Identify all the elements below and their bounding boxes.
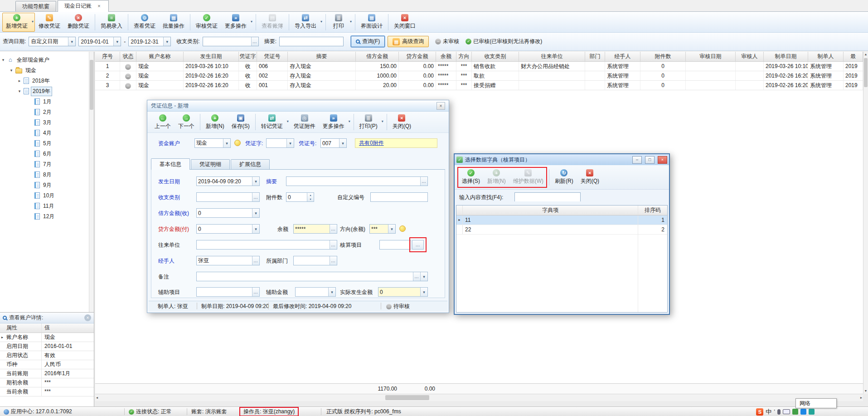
detail-row[interactable]: 币种人民币	[0, 360, 94, 369]
ime-keyboard-icon[interactable]	[783, 409, 790, 414]
column-header[interactable]: 余额	[436, 52, 456, 61]
import-export-button[interactable]: 导入导出	[291, 13, 324, 32]
tree-node-month-12[interactable]: 12月	[28, 212, 56, 221]
vertical-scrollbar-thumb[interactable]	[864, 58, 868, 87]
audit-voucher-button[interactable]: 审核凭证	[192, 13, 221, 32]
tray-icon-blue[interactable]	[800, 409, 806, 415]
bulb-icon[interactable]	[234, 140, 241, 146]
simple-entry-button[interactable]: 简易录入	[97, 13, 126, 32]
column-header[interactable]: 经手人	[605, 52, 640, 61]
print-button[interactable]: 打印	[328, 13, 353, 32]
detail-row[interactable]: 当前余额***	[0, 387, 94, 396]
ime-mic-icon[interactable]	[777, 409, 781, 415]
tree-node-month-5[interactable]: 5月	[28, 139, 53, 148]
category-field[interactable]	[203, 37, 259, 46]
column-header[interactable]: 摘要	[288, 52, 356, 61]
column-header[interactable]: 部门	[585, 52, 605, 61]
credit-field[interactable]: 0	[196, 224, 260, 234]
transfer-voucher-button[interactable]: 转记凭证	[257, 112, 290, 132]
category-field[interactable]	[196, 192, 260, 202]
summary-input[interactable]	[280, 37, 343, 46]
new-button[interactable]: 新增(N)	[202, 112, 228, 132]
next-button[interactable]: 下一个	[175, 112, 198, 132]
select-button[interactable]: 选择(S)	[458, 166, 484, 188]
ellipsis-button[interactable]	[330, 256, 337, 265]
ellipsis-button[interactable]	[252, 256, 259, 265]
category-input[interactable]	[203, 37, 251, 46]
column-header[interactable]: 账户名称	[136, 52, 184, 61]
date-field[interactable]: 2019-04-09 09:20	[196, 176, 260, 186]
department-field[interactable]	[293, 256, 337, 265]
column-header[interactable]: 附件数	[640, 52, 686, 61]
ime-language-indicator[interactable]: 中	[766, 408, 771, 416]
unit-field[interactable]	[196, 240, 337, 250]
tree-node-month-6[interactable]: 6月	[28, 149, 53, 158]
bulb-icon[interactable]	[399, 225, 406, 232]
dict-search-input[interactable]	[515, 193, 580, 201]
remark-field[interactable]	[196, 272, 428, 281]
close-tab-icon[interactable]	[96, 3, 102, 9]
column-header[interactable]: 借方金额	[356, 52, 399, 61]
column-header[interactable]: 凭证字	[239, 52, 257, 61]
balance-field[interactable]: *****	[293, 224, 337, 234]
table-row[interactable]: 3现金2019-02-26 16:20收001存入现金20.000.00****…	[95, 81, 863, 90]
dict-row[interactable]: 222	[456, 225, 667, 235]
close-button[interactable]: 关闭(Q)	[389, 112, 415, 132]
chevron-down-icon[interactable]	[113, 37, 121, 46]
chevron-down-icon[interactable]	[339, 139, 346, 147]
tray-icon-teal[interactable]	[809, 409, 815, 415]
tree-scrollbar-thumb[interactable]	[90, 60, 93, 110]
close-dialog-button[interactable]	[436, 102, 445, 110]
direction-select[interactable]: ***	[369, 224, 396, 234]
view-voucher-button[interactable]: 查看凭证	[130, 13, 159, 32]
voucher-no-input[interactable]: 007	[320, 138, 347, 148]
dict-row[interactable]: ▸111	[456, 215, 667, 225]
tree-root-all-cash-accounts[interactable]: 全部现金账户	[1, 55, 51, 64]
horizontal-scrollbar-thumb[interactable]	[385, 395, 429, 400]
tree-node-month-2[interactable]: 2月	[28, 108, 53, 117]
aux-amount-field[interactable]	[295, 287, 336, 297]
tree-node-year-0[interactable]: 2018年	[17, 76, 51, 85]
attach-count-stepper[interactable]: 0	[286, 192, 314, 202]
column-header[interactable]: 收支类别	[472, 52, 519, 61]
edit-voucher-button[interactable]: 修改凭证	[35, 13, 64, 32]
save-button[interactable]: 保存(S)	[228, 112, 253, 132]
debit-field[interactable]: 0	[196, 208, 260, 218]
new-voucher-button[interactable]: 新增凭证	[2, 13, 35, 32]
ime-punctuation-icon[interactable]: ’	[774, 409, 775, 415]
attachments-link[interactable]: 共有0附件	[359, 139, 384, 147]
tab-function-navigator[interactable]: 功能导航窗	[15, 1, 56, 11]
column-header[interactable]: 发生日期	[184, 52, 239, 61]
refresh-button[interactable]: 刷新(R)	[551, 166, 577, 188]
more-operations-button[interactable]: 更多操作	[221, 13, 254, 32]
detail-row[interactable]: 账户名称现金	[0, 333, 94, 342]
voucher-attachment-button[interactable]: 凭证附件	[290, 112, 319, 132]
close-button[interactable]	[658, 156, 667, 164]
expander-icon[interactable]	[9, 68, 14, 73]
horizontal-scrollbar[interactable]: ◂ ▸	[95, 394, 863, 401]
search-button[interactable]: 查询(F)	[351, 36, 385, 47]
tree-scrollbar[interactable]	[89, 52, 94, 312]
tree-node-month-4[interactable]: 4月	[28, 128, 53, 137]
detail-row[interactable]: 启用日期2016-01-01	[0, 342, 94, 351]
spinner-icon[interactable]	[307, 193, 314, 201]
chevron-down-icon[interactable]	[252, 177, 259, 186]
tree-node-month-7[interactable]: 7月	[28, 160, 53, 169]
tree-node-month-3[interactable]: 3月	[28, 118, 53, 127]
ellipsis-button[interactable]	[252, 193, 259, 201]
more-operations-button[interactable]: 更多操作	[319, 112, 352, 132]
accounting-item-picker-button[interactable]	[412, 240, 424, 250]
actual-amount-field[interactable]: 0	[378, 287, 428, 297]
scroll-left-arrow[interactable]: ◂	[96, 394, 98, 401]
chevron-down-icon[interactable]	[252, 209, 259, 217]
ellipsis-button[interactable]	[252, 288, 259, 296]
tree-node-month-10[interactable]: 10月	[28, 191, 56, 200]
custom-no-field[interactable]	[370, 192, 428, 202]
detail-value-header[interactable]: 值	[42, 323, 94, 333]
tree-node-month-11[interactable]: 11月	[28, 201, 55, 210]
minimize-button[interactable]	[632, 156, 642, 164]
tree-node-month-9[interactable]: 9月	[28, 181, 53, 190]
close-detail-icon[interactable]	[84, 314, 91, 321]
column-header[interactable]: 审核日期	[686, 52, 736, 61]
tray-icon-green[interactable]	[792, 409, 798, 415]
